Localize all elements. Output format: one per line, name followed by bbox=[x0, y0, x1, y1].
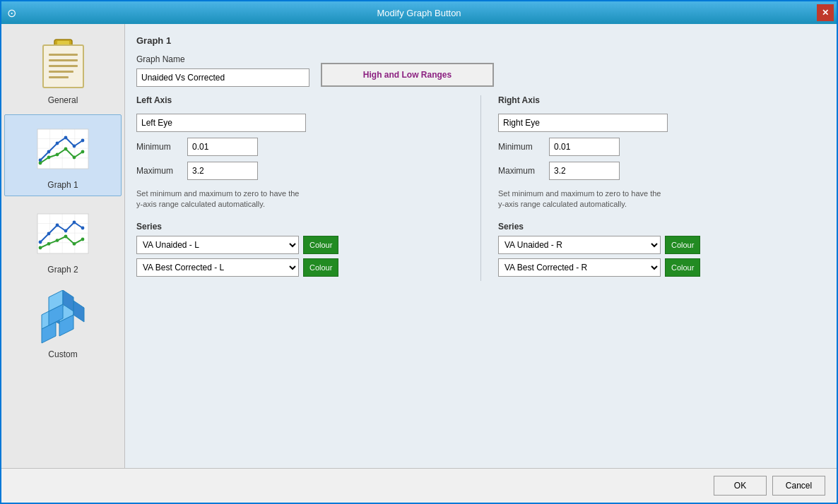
window-title: Modify Graph Button bbox=[377, 8, 461, 18]
cubes-svg bbox=[35, 290, 91, 347]
right-axis-title: Right Axis bbox=[498, 95, 825, 105]
sidebar: General bbox=[1, 24, 125, 468]
svg-point-24 bbox=[64, 148, 68, 151]
axes-row: Left Axis Minimum Maximum Set minimum an… bbox=[136, 95, 825, 281]
svg-point-40 bbox=[39, 246, 42, 250]
graph2-icon bbox=[35, 205, 91, 262]
graph-name-input[interactable] bbox=[136, 68, 309, 87]
right-series2-row: VA Best Corrected - R VA Unaided - R Col… bbox=[498, 258, 825, 277]
left-series-section: Series VA Unaided - L VA Best Corrected … bbox=[136, 222, 464, 281]
right-min-label: Minimum bbox=[498, 142, 541, 152]
svg-point-23 bbox=[56, 153, 59, 157]
svg-point-17 bbox=[56, 142, 59, 145]
left-series-label: Series bbox=[136, 222, 464, 232]
title-bar: ⊙ Modify Graph Button ✕ bbox=[1, 1, 837, 24]
left-series2-colour-button[interactable]: Colour bbox=[303, 258, 338, 277]
svg-point-35 bbox=[47, 232, 51, 236]
right-series2-colour-button[interactable]: Colour bbox=[665, 258, 700, 277]
high-low-ranges-button[interactable]: High and Low Ranges bbox=[321, 63, 494, 87]
graph1-icon bbox=[35, 121, 91, 177]
left-axis-min-row: Minimum bbox=[136, 138, 464, 156]
left-series2-row: VA Best Corrected - L VA Unaided - L Col… bbox=[136, 258, 464, 277]
left-max-label: Maximum bbox=[136, 166, 179, 176]
cancel-button[interactable]: Cancel bbox=[772, 476, 825, 496]
sidebar-item-graph1-label: Graph 1 bbox=[47, 180, 78, 190]
right-axis-min-input[interactable] bbox=[549, 138, 620, 156]
svg-point-21 bbox=[39, 162, 42, 165]
left-axis-max-input[interactable] bbox=[187, 162, 258, 180]
left-series1-select[interactable]: VA Unaided - L VA Best Corrected - L bbox=[136, 236, 299, 254]
graph-name-row: Graph Name High and Low Ranges bbox=[136, 54, 825, 87]
left-axis-name-input[interactable] bbox=[136, 114, 306, 132]
svg-point-41 bbox=[47, 242, 51, 246]
right-axis-section: Right Axis Minimum Maximum Set minimum a… bbox=[480, 95, 825, 281]
svg-point-34 bbox=[39, 241, 42, 244]
svg-point-22 bbox=[47, 156, 51, 160]
graph-name-label: Graph Name bbox=[136, 54, 309, 64]
right-series1-colour-button[interactable]: Colour bbox=[665, 236, 700, 254]
right-series-section: Series VA Unaided - R VA Best Corrected … bbox=[498, 222, 825, 281]
svg-point-44 bbox=[73, 242, 76, 246]
sidebar-item-general[interactable]: General bbox=[4, 30, 122, 112]
sidebar-item-general-label: General bbox=[48, 95, 78, 105]
svg-point-18 bbox=[64, 136, 68, 140]
right-axis-max-row: Maximum bbox=[498, 162, 825, 180]
ok-button[interactable]: OK bbox=[714, 476, 767, 496]
right-series-label: Series bbox=[498, 222, 825, 232]
svg-rect-3 bbox=[49, 54, 78, 56]
svg-point-43 bbox=[64, 235, 68, 239]
svg-rect-27 bbox=[37, 214, 88, 253]
right-axis-name-input[interactable] bbox=[498, 114, 668, 132]
left-axis-title: Left Axis bbox=[136, 95, 464, 105]
dialog-body: General bbox=[1, 24, 837, 468]
sidebar-item-graph2[interactable]: Graph 2 bbox=[4, 199, 122, 281]
section-title: Graph 1 bbox=[136, 35, 825, 46]
sidebar-item-custom[interactable]: Custom bbox=[4, 284, 122, 366]
dialog-window: ⊙ Modify Graph Button ✕ bbox=[0, 0, 838, 504]
chart1-svg bbox=[35, 121, 91, 177]
left-axis-section: Left Axis Minimum Maximum Set minimum an… bbox=[136, 95, 464, 281]
custom-icon bbox=[35, 290, 91, 347]
svg-point-20 bbox=[81, 139, 85, 143]
left-min-label: Minimum bbox=[136, 142, 179, 152]
svg-point-19 bbox=[73, 145, 76, 148]
svg-point-38 bbox=[73, 221, 76, 224]
general-icon bbox=[35, 36, 91, 92]
right-series2-select[interactable]: VA Best Corrected - R VA Unaided - R bbox=[498, 258, 661, 277]
right-series1-row: VA Unaided - R VA Best Corrected - R Col… bbox=[498, 236, 825, 254]
close-button[interactable]: ✕ bbox=[817, 4, 834, 21]
main-content: Graph 1 Graph Name High and Low Ranges bbox=[125, 24, 837, 468]
sidebar-item-custom-label: Custom bbox=[48, 349, 77, 359]
right-series1-select[interactable]: VA Unaided - R VA Best Corrected - R bbox=[498, 236, 661, 254]
right-axis-max-input[interactable] bbox=[549, 162, 620, 180]
svg-rect-7 bbox=[49, 76, 69, 78]
svg-marker-51 bbox=[73, 301, 84, 322]
svg-rect-4 bbox=[49, 59, 78, 61]
chart2-svg bbox=[35, 205, 91, 262]
right-axis-min-row: Minimum bbox=[498, 138, 825, 156]
svg-rect-6 bbox=[49, 71, 73, 73]
dialog-footer: OK Cancel bbox=[1, 468, 837, 503]
sidebar-item-graph2-label: Graph 2 bbox=[47, 265, 78, 275]
svg-point-25 bbox=[73, 156, 76, 160]
sidebar-item-graph1[interactable]: Graph 1 bbox=[4, 114, 122, 196]
left-series1-colour-button[interactable]: Colour bbox=[303, 236, 338, 254]
svg-rect-5 bbox=[49, 65, 78, 67]
high-low-btn-container: High and Low Ranges bbox=[321, 63, 494, 87]
right-max-label: Maximum bbox=[498, 166, 541, 176]
graph-name-block: Graph Name bbox=[136, 54, 309, 87]
left-axis-max-row: Maximum bbox=[136, 162, 464, 180]
left-axis-min-input[interactable] bbox=[187, 138, 258, 156]
svg-point-36 bbox=[56, 224, 59, 227]
left-series2-select[interactable]: VA Best Corrected - L VA Unaided - L bbox=[136, 258, 299, 277]
svg-point-26 bbox=[81, 150, 85, 154]
svg-point-16 bbox=[47, 150, 51, 154]
svg-point-39 bbox=[81, 227, 85, 230]
left-series1-row: VA Unaided - L VA Best Corrected - L Col… bbox=[136, 236, 464, 254]
svg-point-37 bbox=[64, 229, 68, 233]
clipboard-svg bbox=[40, 38, 86, 91]
window-icon: ⊙ bbox=[7, 6, 16, 20]
svg-point-42 bbox=[56, 239, 59, 242]
form-area: Graph Name High and Low Ranges Left Axis bbox=[136, 54, 825, 457]
svg-rect-8 bbox=[37, 129, 88, 169]
